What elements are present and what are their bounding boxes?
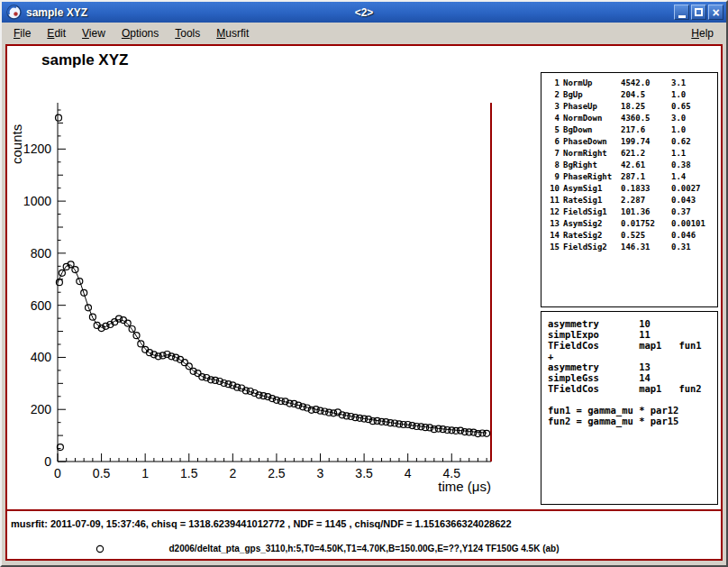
menu-item-help[interactable]: Help	[682, 24, 723, 42]
param-row: 13AsymSig20.017520.00101	[547, 218, 715, 230]
menu-item-view[interactable]: View	[74, 24, 114, 42]
param-row: 4NormDown4360.53.0	[547, 113, 715, 124]
menu-item-options[interactable]: Options	[114, 24, 167, 42]
svg-text:2.5: 2.5	[268, 466, 286, 480]
svg-text:1200: 1200	[23, 142, 51, 156]
app-icon[interactable]	[6, 5, 22, 20]
param-row: 7NormRight621.21.1	[547, 148, 715, 160]
param-row: 1NormUp4542.03.1	[547, 78, 715, 89]
menubar-items: FileEditViewOptionsToolsMusrfit	[5, 24, 257, 42]
menu-item-file[interactable]: File	[5, 24, 39, 42]
parameters-box[interactable]: 1NormUp4542.03.12BgUp204.51.03PhaseUp18.…	[541, 72, 718, 307]
theory-box[interactable]: asymmetry 10simplExpo 11TFieldCos map1 f…	[541, 311, 718, 505]
svg-text:0: 0	[54, 466, 61, 480]
minimize-button[interactable]	[674, 5, 689, 20]
menu-item-tools[interactable]: Tools	[167, 24, 208, 42]
close-button[interactable]: ×	[708, 5, 723, 20]
window-title: sample XYZ	[26, 6, 87, 19]
param-row: 5BgDown217.61.0	[547, 124, 715, 136]
svg-text:1.5: 1.5	[180, 466, 198, 480]
close-icon: ×	[712, 6, 719, 19]
param-row: 6PhaseDown199.740.62	[547, 136, 715, 148]
svg-text:3: 3	[317, 466, 324, 480]
svg-text:200: 200	[31, 402, 52, 416]
svg-text:600: 600	[31, 298, 52, 313]
legend-text: d2006/deltat_pta_gps_3110,h:5,T0=4.50K,T…	[7, 543, 721, 555]
svg-text:1: 1	[141, 466, 149, 480]
param-row: 14RateSig20.5250.046	[547, 230, 715, 242]
param-row: 15FieldSig2146.310.31	[547, 242, 715, 253]
svg-text:0.5: 0.5	[93, 466, 111, 480]
menu-item-edit[interactable]: Edit	[39, 24, 74, 42]
param-row: 2BgUp204.51.0	[547, 89, 715, 101]
legend-marker-icon	[95, 544, 105, 554]
param-row: 3PhaseUp18.250.65	[547, 101, 715, 113]
svg-text:1000: 1000	[23, 194, 51, 208]
titlebar-buttons: ×	[674, 5, 723, 20]
menubar: FileEditViewOptionsToolsMusrfit Help	[2, 23, 726, 44]
window-title-center: <2>	[2, 6, 726, 19]
maximize-icon	[695, 8, 703, 16]
param-row: 11RateSig12.2870.043	[547, 195, 715, 206]
svg-text:400: 400	[31, 350, 52, 364]
svg-text:0: 0	[44, 454, 51, 469]
plot-area[interactable]: 02004006008001000120000.511.522.533.544.…	[7, 59, 523, 509]
param-row: 9PhaseRight287.11.4	[547, 171, 715, 183]
legend: d2006/deltat_pta_gps_3110,h:5,T0=4.50K,T…	[7, 543, 721, 557]
titlebar[interactable]: sample XYZ <2> ×	[2, 2, 726, 23]
params-rows: 1NormUp4542.03.12BgUp204.51.03PhaseUp18.…	[547, 78, 715, 253]
param-row: 10AsymSig10.18330.0027	[547, 183, 715, 195]
fit-info-text: musrfit: 2011-07-09, 15:37:46, chisq = 1…	[11, 518, 512, 529]
theory-lines: asymmetry 10simplExpo 11TFieldCos map1 f…	[548, 318, 715, 426]
root-canvas[interactable]: sample XYZ 02004006008001000120000.511.5…	[5, 44, 723, 561]
minimize-icon	[678, 15, 686, 18]
svg-text:800: 800	[31, 246, 52, 261]
maximize-button[interactable]	[691, 5, 706, 20]
svg-text:time (μs): time (μs)	[438, 479, 491, 494]
pad-divider-line	[7, 509, 721, 511]
svg-text:4: 4	[405, 466, 412, 480]
menu-item-musrfit[interactable]: Musrfit	[208, 24, 257, 42]
app-window: sample XYZ <2> × FileEditViewOptionsTool…	[0, 0, 728, 567]
svg-text:counts: counts	[9, 124, 24, 164]
param-row: 12FieldSig1101.360.37	[547, 206, 715, 218]
param-row: 8BgRight42.610.38	[547, 160, 715, 171]
svg-text:2: 2	[229, 466, 236, 480]
svg-text:3.5: 3.5	[355, 466, 373, 480]
